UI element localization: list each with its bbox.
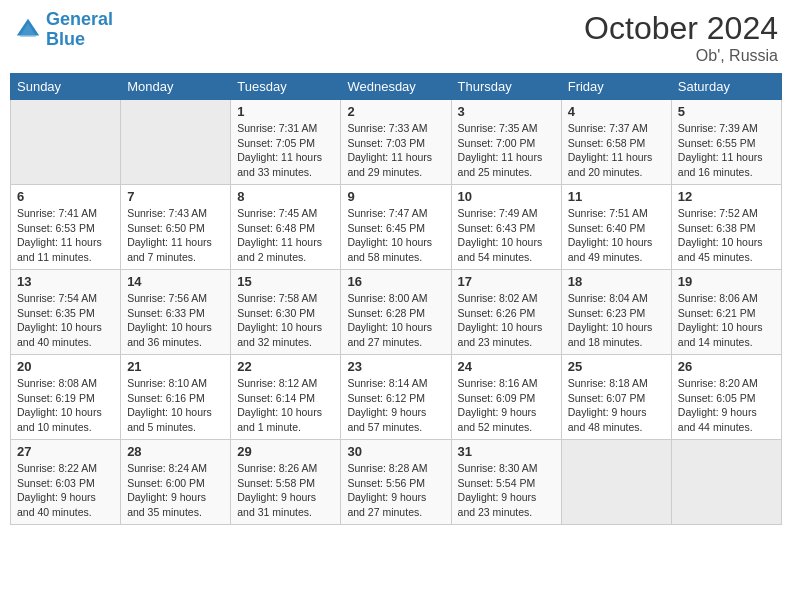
day-number: 4 bbox=[568, 104, 665, 119]
calendar-day-cell: 12 Sunrise: 7:52 AM Sunset: 6:38 PM Dayl… bbox=[671, 185, 781, 270]
sunset-text: Sunset: 6:55 PM bbox=[678, 137, 756, 149]
sunrise-text: Sunrise: 7:31 AM bbox=[237, 122, 317, 134]
day-number: 2 bbox=[347, 104, 444, 119]
weekday-header: Wednesday bbox=[341, 74, 451, 100]
sunset-text: Sunset: 6:12 PM bbox=[347, 392, 425, 404]
sunrise-text: Sunrise: 8:16 AM bbox=[458, 377, 538, 389]
sunset-text: Sunset: 5:56 PM bbox=[347, 477, 425, 489]
daylight-text: Daylight: 10 hours and 23 minutes. bbox=[458, 321, 543, 348]
calendar-day-cell: 11 Sunrise: 7:51 AM Sunset: 6:40 PM Dayl… bbox=[561, 185, 671, 270]
calendar-week-row: 27 Sunrise: 8:22 AM Sunset: 6:03 PM Dayl… bbox=[11, 440, 782, 525]
sunset-text: Sunset: 6:09 PM bbox=[458, 392, 536, 404]
day-number: 26 bbox=[678, 359, 775, 374]
daylight-text: Daylight: 10 hours and 49 minutes. bbox=[568, 236, 653, 263]
day-number: 14 bbox=[127, 274, 224, 289]
sunset-text: Sunset: 6:58 PM bbox=[568, 137, 646, 149]
sunrise-text: Sunrise: 7:33 AM bbox=[347, 122, 427, 134]
logo-text: General Blue bbox=[46, 10, 113, 50]
daylight-text: Daylight: 10 hours and 5 minutes. bbox=[127, 406, 212, 433]
day-number: 18 bbox=[568, 274, 665, 289]
day-number: 25 bbox=[568, 359, 665, 374]
day-info: Sunrise: 8:02 AM Sunset: 6:26 PM Dayligh… bbox=[458, 291, 555, 350]
calendar-week-row: 6 Sunrise: 7:41 AM Sunset: 6:53 PM Dayli… bbox=[11, 185, 782, 270]
sunrise-text: Sunrise: 7:41 AM bbox=[17, 207, 97, 219]
daylight-text: Daylight: 9 hours and 35 minutes. bbox=[127, 491, 206, 518]
daylight-text: Daylight: 11 hours and 29 minutes. bbox=[347, 151, 432, 178]
sunset-text: Sunset: 7:03 PM bbox=[347, 137, 425, 149]
day-info: Sunrise: 7:52 AM Sunset: 6:38 PM Dayligh… bbox=[678, 206, 775, 265]
calendar-day-cell: 19 Sunrise: 8:06 AM Sunset: 6:21 PM Dayl… bbox=[671, 270, 781, 355]
logo: General Blue bbox=[14, 10, 113, 50]
day-info: Sunrise: 8:26 AM Sunset: 5:58 PM Dayligh… bbox=[237, 461, 334, 520]
daylight-text: Daylight: 11 hours and 25 minutes. bbox=[458, 151, 543, 178]
sunset-text: Sunset: 6:03 PM bbox=[17, 477, 95, 489]
calendar-day-cell: 9 Sunrise: 7:47 AM Sunset: 6:45 PM Dayli… bbox=[341, 185, 451, 270]
sunrise-text: Sunrise: 7:37 AM bbox=[568, 122, 648, 134]
sunset-text: Sunset: 6:00 PM bbox=[127, 477, 205, 489]
sunrise-text: Sunrise: 7:52 AM bbox=[678, 207, 758, 219]
daylight-text: Daylight: 9 hours and 57 minutes. bbox=[347, 406, 426, 433]
day-number: 3 bbox=[458, 104, 555, 119]
day-info: Sunrise: 7:31 AM Sunset: 7:05 PM Dayligh… bbox=[237, 121, 334, 180]
calendar-day-cell: 3 Sunrise: 7:35 AM Sunset: 7:00 PM Dayli… bbox=[451, 100, 561, 185]
day-info: Sunrise: 7:54 AM Sunset: 6:35 PM Dayligh… bbox=[17, 291, 114, 350]
calendar-week-row: 20 Sunrise: 8:08 AM Sunset: 6:19 PM Dayl… bbox=[11, 355, 782, 440]
sunset-text: Sunset: 6:30 PM bbox=[237, 307, 315, 319]
day-number: 21 bbox=[127, 359, 224, 374]
daylight-text: Daylight: 10 hours and 45 minutes. bbox=[678, 236, 763, 263]
sunrise-text: Sunrise: 8:26 AM bbox=[237, 462, 317, 474]
day-info: Sunrise: 8:08 AM Sunset: 6:19 PM Dayligh… bbox=[17, 376, 114, 435]
daylight-text: Daylight: 10 hours and 10 minutes. bbox=[17, 406, 102, 433]
day-info: Sunrise: 7:49 AM Sunset: 6:43 PM Dayligh… bbox=[458, 206, 555, 265]
day-info: Sunrise: 7:58 AM Sunset: 6:30 PM Dayligh… bbox=[237, 291, 334, 350]
weekday-header: Saturday bbox=[671, 74, 781, 100]
sunset-text: Sunset: 5:58 PM bbox=[237, 477, 315, 489]
day-number: 6 bbox=[17, 189, 114, 204]
daylight-text: Daylight: 9 hours and 27 minutes. bbox=[347, 491, 426, 518]
day-number: 12 bbox=[678, 189, 775, 204]
calendar-day-cell: 21 Sunrise: 8:10 AM Sunset: 6:16 PM Dayl… bbox=[121, 355, 231, 440]
day-number: 17 bbox=[458, 274, 555, 289]
calendar-day-cell: 22 Sunrise: 8:12 AM Sunset: 6:14 PM Dayl… bbox=[231, 355, 341, 440]
sunrise-text: Sunrise: 8:28 AM bbox=[347, 462, 427, 474]
daylight-text: Daylight: 10 hours and 1 minute. bbox=[237, 406, 322, 433]
daylight-text: Daylight: 9 hours and 44 minutes. bbox=[678, 406, 757, 433]
daylight-text: Daylight: 10 hours and 27 minutes. bbox=[347, 321, 432, 348]
day-number: 10 bbox=[458, 189, 555, 204]
empty-cell bbox=[671, 440, 781, 525]
sunrise-text: Sunrise: 8:04 AM bbox=[568, 292, 648, 304]
sunset-text: Sunset: 5:54 PM bbox=[458, 477, 536, 489]
day-info: Sunrise: 8:22 AM Sunset: 6:03 PM Dayligh… bbox=[17, 461, 114, 520]
daylight-text: Daylight: 11 hours and 20 minutes. bbox=[568, 151, 653, 178]
day-info: Sunrise: 7:41 AM Sunset: 6:53 PM Dayligh… bbox=[17, 206, 114, 265]
sunset-text: Sunset: 6:45 PM bbox=[347, 222, 425, 234]
day-info: Sunrise: 7:33 AM Sunset: 7:03 PM Dayligh… bbox=[347, 121, 444, 180]
daylight-text: Daylight: 10 hours and 58 minutes. bbox=[347, 236, 432, 263]
day-number: 9 bbox=[347, 189, 444, 204]
daylight-text: Daylight: 11 hours and 7 minutes. bbox=[127, 236, 212, 263]
sunset-text: Sunset: 6:43 PM bbox=[458, 222, 536, 234]
sunrise-text: Sunrise: 7:54 AM bbox=[17, 292, 97, 304]
calendar-day-cell: 15 Sunrise: 7:58 AM Sunset: 6:30 PM Dayl… bbox=[231, 270, 341, 355]
daylight-text: Daylight: 9 hours and 52 minutes. bbox=[458, 406, 537, 433]
daylight-text: Daylight: 10 hours and 14 minutes. bbox=[678, 321, 763, 348]
sunset-text: Sunset: 6:50 PM bbox=[127, 222, 205, 234]
sunset-text: Sunset: 6:14 PM bbox=[237, 392, 315, 404]
calendar-day-cell: 4 Sunrise: 7:37 AM Sunset: 6:58 PM Dayli… bbox=[561, 100, 671, 185]
day-info: Sunrise: 8:06 AM Sunset: 6:21 PM Dayligh… bbox=[678, 291, 775, 350]
day-info: Sunrise: 7:43 AM Sunset: 6:50 PM Dayligh… bbox=[127, 206, 224, 265]
daylight-text: Daylight: 11 hours and 2 minutes. bbox=[237, 236, 322, 263]
sunrise-text: Sunrise: 7:58 AM bbox=[237, 292, 317, 304]
sunrise-text: Sunrise: 8:18 AM bbox=[568, 377, 648, 389]
sunrise-text: Sunrise: 8:12 AM bbox=[237, 377, 317, 389]
calendar-day-cell: 27 Sunrise: 8:22 AM Sunset: 6:03 PM Dayl… bbox=[11, 440, 121, 525]
sunset-text: Sunset: 6:33 PM bbox=[127, 307, 205, 319]
day-info: Sunrise: 7:56 AM Sunset: 6:33 PM Dayligh… bbox=[127, 291, 224, 350]
sunset-text: Sunset: 6:05 PM bbox=[678, 392, 756, 404]
calendar-day-cell: 10 Sunrise: 7:49 AM Sunset: 6:43 PM Dayl… bbox=[451, 185, 561, 270]
day-number: 1 bbox=[237, 104, 334, 119]
day-number: 8 bbox=[237, 189, 334, 204]
sunrise-text: Sunrise: 7:51 AM bbox=[568, 207, 648, 219]
title-block: October 2024 Ob', Russia bbox=[584, 10, 778, 65]
sunset-text: Sunset: 6:26 PM bbox=[458, 307, 536, 319]
